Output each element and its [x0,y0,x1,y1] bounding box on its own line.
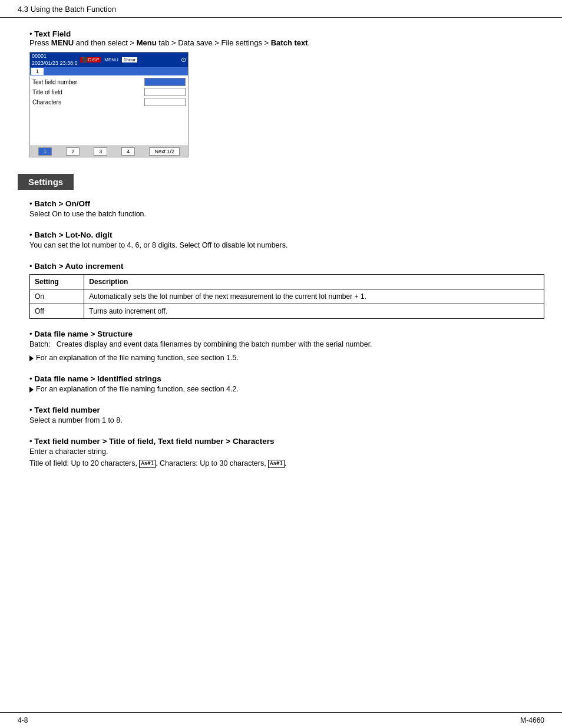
batch-onoff-text: Select On to use the batch function. [29,208,544,220]
batch-onoff-heading: Batch > On/Off [34,199,90,208]
textfield-num-text: Select a number from 1 to 8. [29,414,544,426]
table-row: On Automatically sets the lot number of … [30,289,544,304]
batch-onoff-section: • Batch > On/Off Select On to use the ba… [18,199,544,220]
press-menu-text-datasave: tab > Data save > File settings > [157,38,271,47]
bullet-symbol-struct: • [29,330,32,338]
menu-bold: MENU [51,38,74,47]
device-body: Text field number Title of field Charact… [30,75,188,146]
batch-lotno-section: • Batch > Lot-No. digit You can set the … [18,230,544,251]
footer-doc-id: M-4660 [520,716,544,724]
device-id: 00001 2023/01/23 23:38:0 [32,53,78,67]
textfield-title-text1: Enter a character string. [29,446,544,457]
table-cell-setting-on: On [30,289,84,304]
datafile-ident-arrow-text: For an explanation of the file naming fu… [36,385,239,393]
table-cell-desc-on: Automatically sets the lot number of the… [84,289,544,304]
device-row-3: Characters [32,98,186,106]
bullet-symbol-onoff: • [29,199,32,208]
auto-increment-table: Setting Description On Automatically set… [29,274,544,319]
batch-auto-section: • Batch > Auto increment Setting Descrip… [18,262,544,319]
footer-bar: 4-8 M-4660 [0,712,562,728]
batch-text-bold: Batch text [271,38,308,47]
arrow-icon-struct [29,355,34,361]
text-field-heading: Text Field [34,29,71,38]
device-tab-bar: 1 [30,67,188,75]
datafile-struct-heading: Data file name > Structure [34,330,133,338]
device-nav-btn-1[interactable]: 1 [38,147,52,156]
batch-lotno-heading: Batch > Lot-No. digit [34,230,112,239]
bullet-symbol-auto: • [29,262,32,271]
section-title: 4.3 Using the Batch Function [18,5,116,14]
settings-label-box: Settings [18,174,74,190]
main-content: • Text Field Press MENU and then select … [0,18,562,503]
datafile-struct-arrow-text: For an explanation of the file naming fu… [36,354,239,362]
textfield-title-text2-line: Title of field: Up to 20 characters, Aa#… [29,457,544,469]
device-screenshot: 00001 2023/01/23 23:38:0 ⬛DISP MENU 1hou… [29,52,189,157]
device-active-tab: 1 [31,68,44,75]
datafile-struct-arrow-line: For an explanation of the file naming fu… [29,352,544,364]
textfield-title-text4-end: . [285,459,286,467]
textfield-num-section: • Text field number Select a number from… [18,406,544,426]
batch-auto-heading: Batch > Auto increment [34,262,123,271]
device-spacer [32,108,186,143]
textfield-num-heading: Text field number [34,406,100,414]
bullet-symbol-tftitle: • [29,437,32,446]
bullet-symbol-tfnum: • [29,406,32,414]
device-nav-btn-4[interactable]: 4 [121,147,135,156]
table-row: Off Turns auto increment off. [30,304,544,319]
device-tag-disp: ⬛DISP [80,57,101,62]
device-nav-next[interactable]: Next 1/2 [149,147,180,156]
device-input-3 [144,98,186,106]
textfield-title-heading: Text field number > Title of field, Text… [34,437,274,446]
device-input-2 [144,88,186,96]
device-cam-icon: ⊙ [181,56,186,64]
textfield-title-text2-pre: Title of field: Up to 20 characters, [29,459,139,467]
page-container: 4.3 Using the Batch Function • Text Fiel… [0,0,562,728]
textfield-title-section: • Text field number > Title of field, Te… [18,437,544,469]
device-nav-btn-2[interactable]: 2 [66,147,80,156]
arrow-icon-ident [29,387,34,393]
header-bar: 4.3 Using the Batch Function [0,0,562,18]
device-tag-menu: MENU [103,57,120,62]
batch-lotno-text: You can set the lot number to 4, 6, or 8… [29,239,544,251]
table-cell-desc-off: Turns auto increment off. [84,304,544,319]
datafile-struct-section: • Data file name > Structure Batch: Crea… [18,330,544,364]
device-nav-bar: 1 2 3 4 Next 1/2 [30,146,188,157]
table-cell-setting-off: Off [30,304,84,319]
bullet-symbol-ident: • [29,374,32,383]
bullet-symbol-lotno: • [29,230,32,239]
datafile-ident-arrow-line: For an explanation of the file naming fu… [29,383,544,395]
bullet-symbol: • [29,29,32,38]
device-input-1 [144,78,186,86]
datafile-struct-text: Batch: Creates display and event data fi… [29,338,544,350]
menu-tab-bold: Menu [137,38,157,47]
device-row-2: Title of field [32,88,186,96]
press-menu-text-pre: Press [29,38,51,47]
batch-auto-table-container: Setting Description On Automatically set… [29,274,544,319]
press-menu-period: . [308,38,310,47]
device-1hour: 1hour [122,57,137,62]
datafile-ident-section: • Data file name > Identified strings Fo… [18,374,544,395]
kbd-box-1: Aa#1 [139,460,156,468]
textfield-title-text3-mid: . Characters: Up to 30 characters, [156,459,268,467]
device-nav-btn-3[interactable]: 3 [94,147,107,156]
device-row-1: Text field number [32,78,186,86]
datafile-struct-text-content: Batch: Creates display and event data fi… [29,340,372,348]
kbd-box-2: Aa#1 [268,460,285,468]
device-top-bar: 00001 2023/01/23 23:38:0 ⬛DISP MENU 1hou… [30,52,188,67]
press-menu-text-mid: and then select > [74,38,137,47]
text-field-section: • Text Field Press MENU and then select … [18,29,544,157]
datafile-ident-heading: Data file name > Identified strings [34,374,161,383]
table-col-description: Description [84,275,544,289]
table-col-setting: Setting [30,275,84,289]
footer-page-number: 4-8 [18,716,28,724]
press-menu-line: Press MENU and then select > Menu tab > … [29,38,544,47]
